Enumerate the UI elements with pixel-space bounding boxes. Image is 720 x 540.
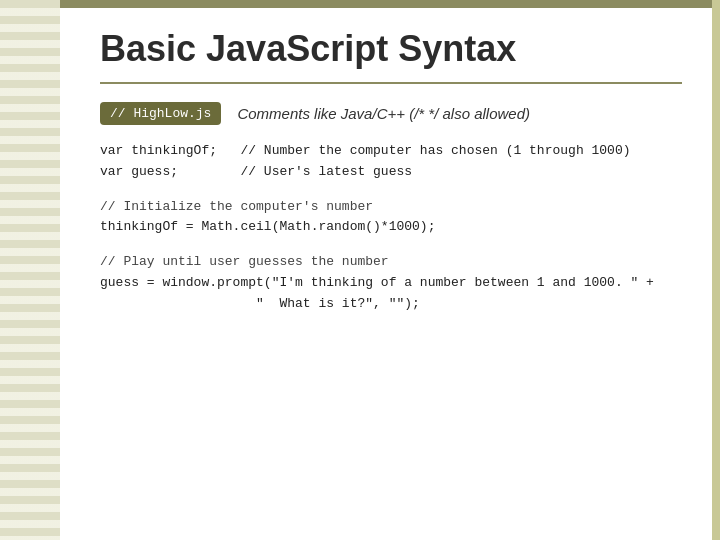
content-area: Basic JavaScript Syntax // HighLow.js Co… (70, 8, 702, 540)
initialize-comment: // Initialize the computer's number (100, 197, 682, 218)
variables-code: var thinkingOf; // Number the computer h… (100, 141, 682, 183)
left-decorative-stripes (0, 0, 60, 540)
play-code: guess = window.prompt("I'm thinking of a… (100, 273, 682, 315)
title-underline (100, 82, 682, 84)
slide-container: Basic JavaScript Syntax // HighLow.js Co… (0, 0, 720, 540)
comment-label-row: // HighLow.js Comments like Java/C++ (/*… (100, 102, 682, 125)
play-code-section: // Play until user guesses the number gu… (100, 252, 682, 314)
comment-description: Comments like Java/C++ (/* */ also allow… (237, 105, 530, 122)
play-comment: // Play until user guesses the number (100, 252, 682, 273)
right-accent-bar (712, 0, 720, 540)
filename-badge: // HighLow.js (100, 102, 221, 125)
initialize-code: thinkingOf = Math.ceil(Math.random()*100… (100, 217, 682, 238)
top-accent-bar (60, 0, 720, 8)
initialize-code-section: // Initialize the computer's number thin… (100, 197, 682, 239)
slide-title: Basic JavaScript Syntax (100, 28, 682, 70)
variables-code-section: var thinkingOf; // Number the computer h… (100, 141, 682, 183)
